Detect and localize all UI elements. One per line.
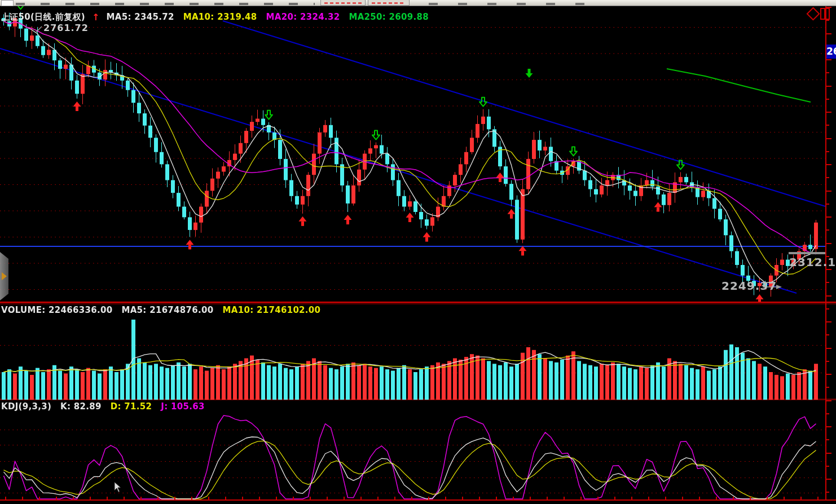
app-toolbar[interactable] (0, 0, 836, 6)
kdj-pane-header: KDJ(9,3,3) K: 82.89 D: 71.52 J: 105.63 (1, 401, 205, 412)
kdj-j-value: J: 105.63 (161, 401, 204, 412)
main-pane-header: 上证50(日线.前复权) ↑ MA5: 2345.72 MA10: 2319.4… (1, 12, 429, 23)
mouse-cursor (114, 482, 122, 493)
sidebar-expand-handle[interactable] (0, 252, 8, 300)
toolbar-icon[interactable] (1, 0, 14, 6)
kdj-d-value: D: 71.52 (111, 401, 152, 412)
volume-value: VOLUME: 22466336.00 (1, 305, 112, 315)
ma5-value: MA5: 2345.72 (107, 12, 174, 23)
kdj-title[interactable]: KDJ(9,3,3) (1, 401, 51, 412)
up-arrow-icon: ↑ (92, 12, 100, 23)
tdx-chart-window: 上证50(日线.前复权) ↑ MA5: 2345.72 MA10: 2319.4… (0, 0, 836, 504)
volume-ma10-value: MA10: 21746102.00 (223, 305, 321, 315)
volume-pane-header: VOLUME: 22466336.00 MA5: 21674876.00 MA1… (1, 305, 320, 315)
expand-arrow-icon (2, 272, 7, 280)
last-price-label: 2312.17 (789, 255, 836, 269)
ma250-value: MA250: 2609.88 (349, 12, 429, 23)
kdj-k-value: K: 82.89 (60, 401, 102, 412)
high-price-label: 2761.72 (43, 23, 89, 33)
quote-box-1[interactable] (320, 0, 366, 6)
volume-ma5-value: MA5: 21674876.00 (121, 305, 213, 315)
right-axis-price-badge: 26 (826, 45, 836, 59)
quote-value-clipped (372, 2, 406, 4)
ma20-value: MA20: 2324.32 (266, 12, 340, 23)
quote-box-2[interactable] (368, 0, 410, 6)
menu-items-clipped[interactable] (429, 3, 604, 5)
quote-value-clipped (324, 2, 362, 4)
symbol-title[interactable]: 上证50(日线.前复权) (1, 12, 85, 23)
chart-canvas (0, 0, 836, 504)
low-price-label: 2249.37 (721, 279, 777, 293)
menu-items-clipped[interactable] (16, 3, 315, 5)
ma10-value: MA10: 2319.48 (183, 12, 257, 23)
split-window-icon[interactable] (820, 8, 830, 20)
